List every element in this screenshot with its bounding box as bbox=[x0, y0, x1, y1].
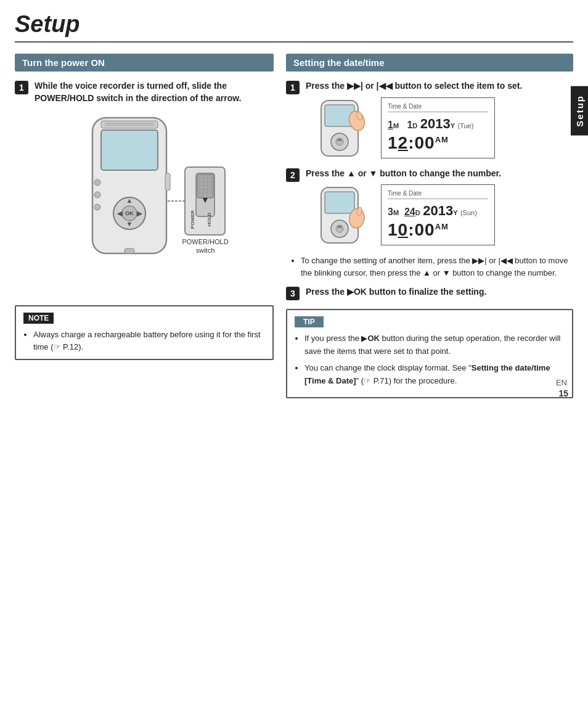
note-item: Always charge a rechargeable battery bef… bbox=[33, 329, 265, 353]
right-section-header: Setting the date/time bbox=[286, 54, 573, 72]
right-column: Setting the date/time 1 Press the ▶▶| or… bbox=[286, 54, 573, 398]
right-step3-text: Press the ▶OK button to finalize the set… bbox=[306, 286, 573, 298]
date-day-1: 1 bbox=[407, 120, 412, 130]
note-label: NOTE bbox=[23, 313, 54, 324]
date-display-2: Time & Date 3M 24D 2013Y (Sun) 10:00AM bbox=[381, 184, 495, 245]
display-row-2: OK Time & Date 3M 24D 2013Y (Sun) bbox=[306, 184, 573, 246]
svg-text:▲: ▲ bbox=[126, 197, 133, 204]
svg-text:HOLD: HOLD bbox=[206, 213, 212, 227]
svg-text:OK: OK bbox=[125, 210, 134, 216]
svg-point-5 bbox=[94, 179, 100, 186]
svg-text:POWER/HOLD: POWER/HOLD bbox=[182, 238, 228, 245]
right-step1-content: Press the ▶▶| or |◀◀ button to select th… bbox=[306, 80, 573, 159]
bullet-note-item: To change the setting of another item, p… bbox=[301, 255, 573, 279]
right-step2-num: 2 bbox=[286, 168, 300, 182]
tip-list: If you press the ▶OK button during the s… bbox=[295, 332, 565, 387]
tip-item-1: If you press the ▶OK button during the s… bbox=[304, 332, 565, 358]
right-step1-num: 1 bbox=[286, 81, 300, 94]
tip-label: TIP bbox=[295, 316, 324, 327]
left-step1-num: 1 bbox=[15, 81, 28, 94]
date-display-1: Time & Date 1M 1D 2013Y (Tue) 12:00AM bbox=[381, 97, 495, 158]
date-day-2: 24 bbox=[404, 207, 415, 217]
left-column: Turn the power ON 1 While the voice reco… bbox=[15, 54, 274, 398]
svg-point-6 bbox=[94, 192, 100, 198]
svg-text:switch: switch bbox=[196, 247, 215, 254]
page-number: 15 bbox=[558, 388, 568, 398]
svg-rect-1 bbox=[101, 130, 158, 170]
power-hold-text: POWER/HOLD bbox=[35, 93, 94, 103]
en-label: EN bbox=[556, 378, 567, 387]
date-month-2: 3 bbox=[388, 207, 393, 217]
svg-text:POWER: POWER bbox=[190, 210, 195, 229]
right-step2-text: Press the ▲ or ▼ button to change the nu… bbox=[306, 168, 573, 180]
right-step3: 3 Press the ▶OK button to finalize the s… bbox=[286, 286, 573, 300]
svg-text:OK: OK bbox=[337, 138, 342, 142]
right-step3-num: 3 bbox=[286, 287, 300, 300]
tip-item-2: You can change the clock display format.… bbox=[304, 362, 565, 388]
left-step1: 1 While the voice recorder is turned off… bbox=[15, 80, 274, 295]
main-content: Turn the power ON 1 While the voice reco… bbox=[15, 54, 573, 398]
page-title: Setup bbox=[15, 11, 573, 43]
date-year-2: 2013 bbox=[423, 203, 453, 218]
svg-point-7 bbox=[94, 204, 100, 210]
date-display-line2-1: 12:00AM bbox=[388, 133, 488, 153]
right-step3-content: Press the ▶OK button to finalize the set… bbox=[306, 286, 573, 298]
tip-box: TIP If you press the ▶OK button during t… bbox=[286, 309, 573, 398]
svg-text:▼: ▼ bbox=[201, 195, 210, 205]
date-display-line1-1: 1M 1D 2013Y (Tue) bbox=[388, 116, 488, 132]
bullet-note: To change the setting of another item, p… bbox=[286, 255, 573, 279]
note-list: Always charge a rechargeable battery bef… bbox=[23, 329, 265, 353]
svg-rect-16 bbox=[125, 248, 134, 253]
left-step1-text: While the voice recorder is turned off, … bbox=[35, 80, 274, 104]
side-tab: Setup bbox=[571, 86, 588, 136]
note-box: NOTE Always charge a rechargeable batter… bbox=[15, 305, 274, 360]
device-svg: ▲ ▼ ◀ ▶ OK bbox=[55, 112, 253, 290]
right-step1: 1 Press the ▶▶| or |◀◀ button to select … bbox=[286, 80, 573, 159]
svg-rect-8 bbox=[165, 173, 170, 191]
right-step2-content: Press the ▲ or ▼ button to change the nu… bbox=[306, 168, 573, 247]
left-section-header: Turn the power ON bbox=[15, 54, 274, 72]
svg-rect-2 bbox=[101, 121, 158, 128]
device-thumb-2: OK bbox=[306, 184, 374, 246]
left-step1-content: While the voice recorder is turned off, … bbox=[35, 80, 274, 295]
svg-text:OK: OK bbox=[337, 225, 342, 229]
svg-text:◀: ◀ bbox=[116, 210, 123, 217]
right-step1-text: Press the ▶▶| or |◀◀ button to select th… bbox=[306, 80, 573, 92]
date-display-line2-2: 10:00AM bbox=[388, 220, 488, 240]
right-step2: 2 Press the ▲ or ▼ button to change the … bbox=[286, 168, 573, 247]
date-month-1: 1 bbox=[388, 120, 393, 130]
display-row-1: OK Time & Date 1M 1D 2013Y bbox=[306, 97, 573, 159]
svg-rect-43 bbox=[325, 192, 354, 213]
device-thumb-1: OK bbox=[306, 97, 374, 159]
svg-text:▼: ▼ bbox=[126, 220, 133, 228]
date-display-line1-2: 3M 24D 2013Y (Sun) bbox=[388, 203, 488, 219]
date-display-title-2: Time & Date bbox=[388, 190, 488, 199]
page-wrapper: Setup Turn the power ON 1 While the voic… bbox=[0, 0, 588, 409]
device-illustration: ▲ ▼ ◀ ▶ OK bbox=[35, 112, 274, 290]
date-year-1: 2013 bbox=[420, 116, 451, 131]
side-tab-label: Setup bbox=[574, 95, 585, 127]
date-display-title-1: Time & Date bbox=[388, 103, 488, 112]
date-dayname-1: (Tue) bbox=[457, 122, 473, 129]
date-dayname-2: (Sun) bbox=[460, 209, 477, 216]
